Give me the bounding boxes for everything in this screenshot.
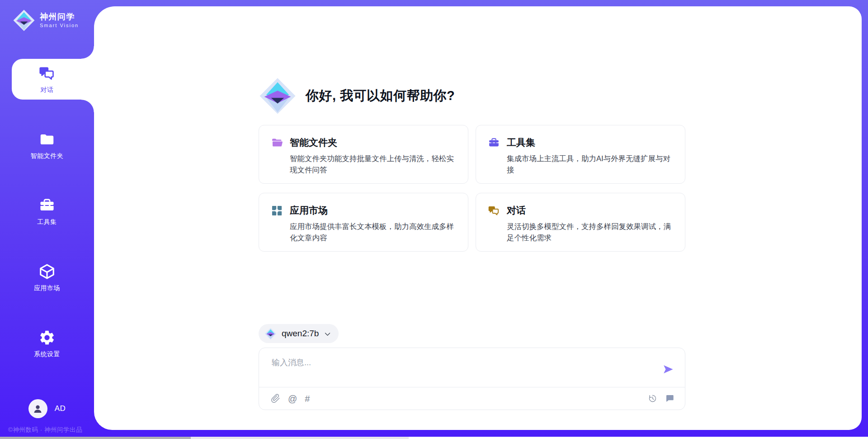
brand-diamond-icon xyxy=(13,9,35,32)
brand-name: 神州问学 xyxy=(40,13,79,22)
hash-icon[interactable]: # xyxy=(305,394,310,403)
copyright-footer: ©神州数码 · 神州问学出品 xyxy=(8,426,82,434)
user-profile[interactable]: AD xyxy=(0,399,94,418)
cube-icon xyxy=(38,263,56,280)
model-logo-icon xyxy=(264,328,277,340)
avatar xyxy=(28,399,47,418)
grid-icon xyxy=(271,205,283,217)
brand-subtitle: Smart Vision xyxy=(40,23,79,28)
feature-cards: 智能文件夹 智能文件夹功能支持批量文件上传与清洗，轻松实现文件问答 xyxy=(259,125,685,252)
sidebar-item-label: 系统设置 xyxy=(34,350,60,358)
card-app-market[interactable]: 应用市场 应用市场提供丰富长文本模板，助力高效生成多样化文章内容 xyxy=(259,193,468,252)
greeting-text: 你好, 我可以如何帮助你? xyxy=(306,87,455,105)
sidebar-item-app-market[interactable]: 应用市场 xyxy=(0,257,94,298)
card-title: 工具集 xyxy=(507,136,535,149)
main-content: 你好, 我可以如何帮助你? 智能文件夹 智能文件夹功能支持批量文件上传与清洗，轻… xyxy=(94,6,862,430)
toolbox-icon xyxy=(38,197,56,214)
sidebar-item-label: 工具集 xyxy=(37,218,57,226)
greeting-diamond-icon xyxy=(259,77,297,115)
card-description: 集成市场上主流工具，助力AI与外界无缝扩展与对接 xyxy=(507,153,673,176)
attachment-icon[interactable] xyxy=(271,394,280,403)
card-title: 应用市场 xyxy=(290,204,328,217)
horizontal-scrollbar[interactable] xyxy=(0,437,868,439)
mention-icon[interactable]: @ xyxy=(288,394,297,403)
card-description: 应用市场提供丰富长文本模板，助力高效生成多样化文章内容 xyxy=(290,221,456,243)
sidebar-item-label: 应用市场 xyxy=(34,284,60,292)
chat-icon xyxy=(38,65,56,82)
card-smart-folder[interactable]: 智能文件夹 智能文件夹功能支持批量文件上传与清洗，轻松实现文件问答 xyxy=(259,125,468,184)
card-description: 智能文件夹功能支持批量文件上传与清洗，轻松实现文件问答 xyxy=(290,153,456,176)
feedback-bubble-icon[interactable] xyxy=(665,394,675,403)
sidebar-item-smart-folder[interactable]: 智能文件夹 xyxy=(0,125,94,166)
send-icon[interactable] xyxy=(662,363,675,376)
person-icon xyxy=(32,403,44,415)
user-name: AD xyxy=(55,404,66,413)
gear-icon xyxy=(38,329,56,346)
card-chat[interactable]: 对话 灵活切换多模型文件，支持多样回复效果调试，满足个性化需求 xyxy=(476,193,685,252)
sidebar-item-label: 对话 xyxy=(41,86,54,94)
folder-icon xyxy=(38,131,56,148)
scrollbar-thumb[interactable] xyxy=(0,437,191,439)
scrollbar-track xyxy=(191,437,409,439)
message-input[interactable] xyxy=(272,357,647,382)
model-selector[interactable]: qwen2:7b xyxy=(259,324,339,343)
card-toolset[interactable]: 工具集 集成市场上主流工具，助力AI与外界无缝扩展与对接 xyxy=(476,125,685,184)
sidebar-item-chat[interactable]: 对话 xyxy=(12,59,94,100)
toolbox-icon xyxy=(488,137,500,149)
model-name: qwen2:7b xyxy=(282,329,319,339)
message-composer: @ # xyxy=(259,348,685,410)
chevron-down-icon xyxy=(324,329,331,338)
sidebar: 神州问学 Smart Vision 对话 智能文件夹 xyxy=(0,0,94,439)
chat-icon xyxy=(488,205,500,217)
history-icon[interactable] xyxy=(648,394,657,403)
composer-toolbar: @ # xyxy=(259,387,685,410)
greeting-row: 你好, 我可以如何帮助你? xyxy=(259,77,685,115)
card-description: 灵活切换多模型文件，支持多样回复效果调试，满足个性化需求 xyxy=(507,221,673,243)
folder-open-icon xyxy=(271,137,283,149)
sidebar-item-settings[interactable]: 系统设置 xyxy=(0,323,94,364)
app-logo: 神州问学 Smart Vision xyxy=(13,9,79,32)
card-title: 智能文件夹 xyxy=(290,136,337,149)
sidebar-nav: 对话 智能文件夹 工具集 xyxy=(0,59,94,389)
card-title: 对话 xyxy=(507,204,526,217)
sidebar-item-toolset[interactable]: 工具集 xyxy=(0,191,94,232)
sidebar-item-label: 智能文件夹 xyxy=(31,152,64,160)
